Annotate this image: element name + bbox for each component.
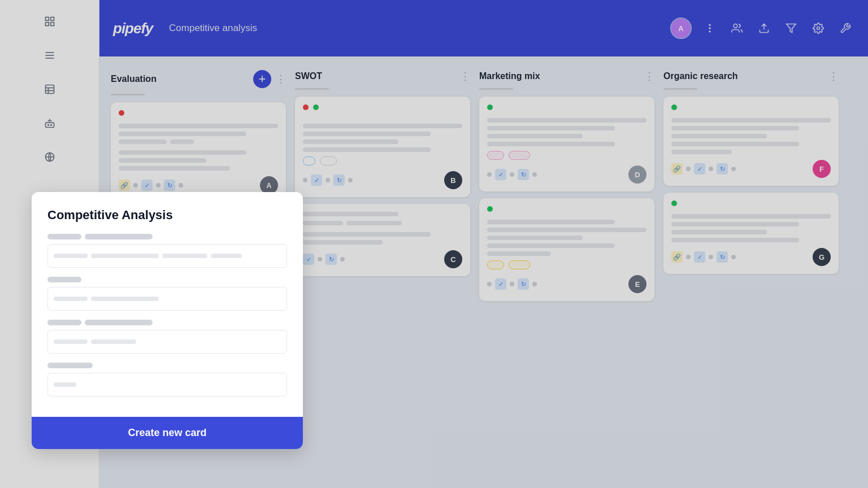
card-organic-1[interactable]: 🔗 ✓ ↻ F	[663, 97, 839, 186]
label-chip	[47, 277, 81, 282]
sidebar-icon-list[interactable]	[40, 45, 60, 66]
column-title-organic: Organic research	[663, 71, 828, 81]
card-icon-link3[interactable]: 🔗	[671, 251, 683, 263]
column-underline-marketing	[479, 88, 513, 90]
form-label-4	[47, 363, 287, 368]
column-title-marketing: Marketing mix	[479, 71, 644, 81]
card-line	[671, 222, 799, 226]
card-icon-sync5[interactable]: ↻	[518, 278, 529, 290]
svg-point-16	[709, 28, 710, 29]
card-avatar-organic1: F	[813, 160, 831, 178]
column-header-swot: SWOT ⋮	[295, 70, 470, 82]
card-line	[119, 124, 278, 128]
form-input-4[interactable]	[47, 373, 287, 396]
column-more-organic[interactable]: ⋮	[828, 70, 839, 82]
card-icon-link[interactable]: 🔗	[119, 180, 130, 191]
svg-marker-20	[787, 24, 796, 33]
column-underline-swot	[295, 88, 329, 90]
form-input-1[interactable]	[47, 244, 287, 268]
header-actions: A	[670, 18, 854, 39]
modal-footer[interactable]: Create new card	[32, 417, 303, 449]
card-icon-check3[interactable]: ✓	[303, 254, 314, 265]
card-dot-o3	[731, 167, 736, 171]
card-line	[487, 243, 615, 248]
users-icon[interactable]	[728, 19, 746, 37]
column-more-swot[interactable]: ⋮	[460, 70, 470, 82]
wrench-icon[interactable]	[836, 19, 854, 37]
card-icons-marketing2: ✓ ↻	[487, 278, 537, 290]
input-chip	[54, 254, 88, 258]
sidebar-icon-globe[interactable]	[40, 147, 60, 167]
card-marketing-2[interactable]: ​ ​ ✓ ↻ E	[479, 198, 654, 301]
card-icon-sync2[interactable]: ↻	[333, 175, 345, 186]
card-dot-sw2	[318, 257, 322, 262]
card-icons-marketing1: ✓ ↻	[487, 169, 537, 180]
user-avatar[interactable]: A	[670, 18, 692, 39]
card-footer-organic2: 🔗 ✓ ↻ G	[671, 248, 831, 266]
card-avatar-swot1: B	[444, 171, 462, 189]
input-chip	[91, 254, 159, 258]
card-icon-link2[interactable]: 🔗	[671, 163, 683, 175]
card-icon-sync6[interactable]: ↻	[717, 163, 728, 175]
sidebar-icon-grid[interactable]	[40, 11, 60, 32]
card-marketing-1[interactable]: ​ ​ ✓ ↻ D	[479, 97, 654, 191]
sidebar-icon-bot[interactable]	[40, 113, 60, 133]
svg-rect-7	[45, 85, 54, 94]
card-dot-s3	[348, 178, 353, 182]
card-tag-blue: ​	[303, 156, 315, 165]
card-dot-sw3	[340, 257, 345, 262]
card-organic-2[interactable]: 🔗 ✓ ↻ G	[663, 193, 839, 274]
card-icon-check6[interactable]: ✓	[694, 163, 705, 175]
card-icon-check[interactable]: ✓	[141, 180, 153, 191]
import-icon[interactable]	[755, 19, 773, 37]
card-icon-sync4[interactable]: ↻	[518, 169, 529, 180]
settings-icon[interactable]	[809, 19, 827, 37]
card-line	[671, 118, 831, 123]
card-icon-check5[interactable]: ✓	[495, 278, 506, 290]
more-icon[interactable]	[701, 19, 719, 37]
input-chip	[162, 254, 207, 258]
column-underline-organic	[663, 88, 697, 90]
column-more-marketing[interactable]: ⋮	[644, 70, 654, 82]
card-icon-check2[interactable]: ✓	[311, 175, 322, 186]
card-avatar-swot2: C	[444, 250, 462, 268]
filter-icon[interactable]	[782, 19, 800, 37]
modal-create-card: Competitive Analysis	[32, 192, 303, 449]
card-dot-m6	[532, 282, 537, 286]
card-dot-red	[303, 104, 309, 110]
card-icon-check7[interactable]: ✓	[694, 251, 705, 263]
form-label-2	[47, 277, 287, 282]
card-line	[487, 251, 551, 256]
form-input-3[interactable]	[47, 330, 287, 354]
card-icons: 🔗 ✓ ↻	[119, 180, 183, 191]
create-new-card-button[interactable]: Create new card	[128, 427, 206, 439]
card-evaluation-1[interactable]: 🔗 ✓ ↻ A	[111, 102, 286, 202]
card-icons-organic1: 🔗 ✓ ↻	[671, 163, 736, 175]
label-chip	[47, 234, 81, 239]
card-line	[303, 240, 383, 245]
modal-body: Competitive Analysis	[32, 192, 303, 417]
card-dot-m5	[510, 282, 514, 286]
card-icon-sync[interactable]: ↻	[164, 180, 175, 191]
card-icon-sync7[interactable]: ↻	[717, 251, 728, 263]
card-swot-1[interactable]: ​ ​ ✓ ↻ B	[295, 97, 470, 197]
card-dot-green	[313, 104, 319, 110]
card-dot-o1	[686, 167, 691, 171]
card-line	[119, 132, 246, 136]
card-line	[346, 221, 402, 225]
input-chip	[211, 254, 242, 258]
card-icon-check4[interactable]: ✓	[495, 169, 506, 180]
column-header-marketing: Marketing mix ⋮	[479, 70, 654, 82]
column-swot: SWOT ⋮ ​ ​ ✓ ↻	[295, 70, 470, 474]
card-dot-green4	[671, 201, 677, 206]
card-swot-2[interactable]: ✓ ↻ C	[295, 204, 470, 276]
sidebar-icon-table[interactable]	[40, 79, 60, 99]
column-add-button-evaluation[interactable]: +	[253, 70, 271, 88]
card-dot-s2	[326, 178, 330, 182]
column-more-evaluation[interactable]: ⋮	[276, 73, 286, 85]
card-icon-sync3[interactable]: ↻	[326, 254, 337, 265]
card-line	[303, 132, 431, 136]
svg-rect-3	[50, 23, 54, 26]
card-line	[303, 124, 462, 128]
form-input-2[interactable]	[47, 287, 287, 311]
